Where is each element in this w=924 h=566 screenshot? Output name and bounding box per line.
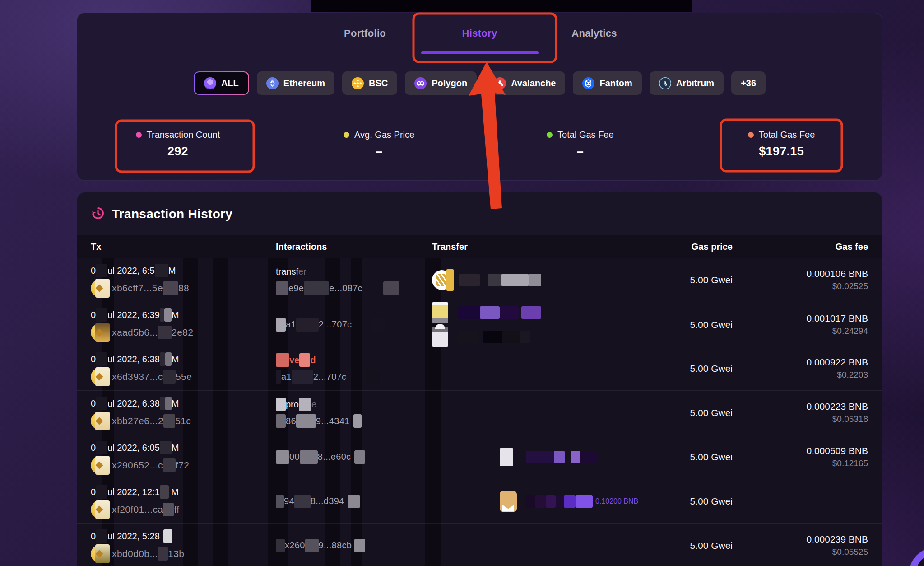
table-row[interactable]: 0ul 2022, 6:38Mx6d3937...c55eveda12...70… (77, 346, 882, 391)
avalanche-icon (494, 77, 506, 89)
chain-filter-avalanche[interactable]: Avalanche (484, 71, 565, 95)
stat-value: $197.15 (681, 145, 882, 159)
coin-redaction-cover (95, 456, 110, 475)
gas-fee (733, 479, 868, 523)
transfer-cell (432, 391, 649, 435)
stat-value: 292 (77, 145, 279, 159)
transfer-line (432, 270, 649, 290)
redaction-box (353, 414, 362, 428)
redaction-box (300, 450, 318, 464)
table-header-row: Tx Interactions Transfer Gas price Gas f… (77, 235, 882, 258)
tab-analytics[interactable]: Analytics (537, 13, 652, 54)
chain-filter-more[interactable]: +36 (731, 71, 766, 95)
col-gas-price: Gas price (649, 242, 733, 252)
interaction-line: x2609...88cb (276, 539, 432, 552)
table-row[interactable]: 0ul 2022, 6:38Mxbb27e6...251cproe869...4… (77, 391, 882, 435)
bnb-coin-icon (91, 457, 108, 474)
stat-dot (136, 132, 142, 138)
chain-filter-fantom[interactable]: Fantom (573, 71, 641, 95)
chain-filter-label: BSC (369, 78, 388, 89)
tab-portfolio[interactable]: Portfolio (308, 13, 423, 54)
summary-card: Portfolio History Analytics ALL (77, 13, 882, 181)
gas-fee-bnb: 0.000106 BNB (806, 268, 868, 279)
tab-label: Analytics (571, 28, 617, 39)
gas-price: 5.00 Gwei (649, 524, 733, 566)
gas-fee: 0.000922 BNB$0.2203 (733, 346, 868, 390)
coin-redaction-cover (95, 412, 110, 430)
token-white-icon (432, 327, 448, 347)
redaction-box (304, 281, 329, 295)
redaction-box (163, 370, 176, 384)
bsc-icon (352, 77, 364, 89)
transaction-history-card: Transaction History Tx Interactions Tran… (77, 192, 882, 566)
redaction-box (546, 495, 556, 508)
redaction-box (160, 308, 164, 322)
gas-fee-bnb: 0.000509 BNB (806, 445, 868, 456)
tab-history[interactable]: History (423, 13, 537, 54)
floating-action-ring[interactable] (909, 547, 924, 566)
stat-transaction-count: Transaction Count 292 (77, 130, 279, 159)
tx-cell: 0ul 2022, 6:39Mxaad5b6...2e82 (91, 302, 276, 347)
table-row[interactable]: 0ul 2022, 6:39Mxaad5b6...2e82a12...707c5… (77, 302, 882, 346)
chain-filter-label: Arbitrum (676, 78, 714, 89)
tx-hash-line: xb6cff7...5e88 (91, 280, 276, 297)
interactions-cell: 008...e60c (276, 435, 432, 479)
tx-date: 0ul 2022, 6:38M (91, 397, 276, 410)
redaction-box (292, 370, 313, 384)
chain-filter-all[interactable]: ALL (194, 71, 249, 95)
transfer-cell (432, 346, 649, 390)
chain-filter-label: Fantom (599, 78, 632, 89)
table-row[interactable]: 0ul 2022, 6:05Mx290652...cf72008...e60c5… (77, 435, 882, 479)
redaction-box (480, 306, 500, 319)
fantom-icon (582, 77, 594, 89)
redaction-box (366, 370, 380, 384)
gas-fee: 0.000106 BNB$0.02525 (733, 258, 868, 302)
redaction-box (165, 352, 172, 366)
chain-filter-label: Avalanche (511, 78, 556, 89)
transfer-cell (432, 302, 649, 347)
tx-cell: 0ul 2022, 6:38Mxbb27e6...251c (91, 391, 276, 435)
interaction-line: 869...4341 (276, 414, 432, 428)
interactions-cell: x2609...88cb (276, 524, 432, 566)
redaction-box (96, 308, 107, 322)
bnb-coin-icon (91, 412, 108, 430)
interaction-line: ved (276, 353, 432, 367)
redaction-box (155, 264, 168, 277)
chain-filter-bsc[interactable]: BSC (342, 71, 397, 95)
redaction-box (276, 539, 285, 552)
gas-fee-usd: $0.2203 (837, 370, 868, 380)
redaction-box (576, 495, 593, 508)
tx-hash: xb6cff7...5e88 (112, 281, 189, 295)
tx-hash: xbd0d0b...13b (112, 547, 184, 561)
chain-filter-polygon[interactable]: Polygon (405, 71, 477, 95)
chain-filter-arbitrum[interactable]: Arbitrum (650, 71, 724, 95)
redaction-box (564, 495, 576, 508)
transfer-cell (432, 258, 649, 302)
token-yellow-icon (432, 302, 448, 323)
redaction-box (165, 397, 172, 410)
table-row[interactable]: 0ul 2022, 12:1 Mxf20f01...caff948...d394… (77, 479, 882, 524)
chain-filter-ethereum[interactable]: Ethereum (257, 71, 334, 95)
coin-redaction-cover (95, 367, 110, 386)
tx-hash: xaad5b6...2e82 (112, 326, 193, 339)
interaction-line: proe (276, 398, 432, 411)
redaction-box (276, 414, 286, 428)
coin-redaction-cover (95, 544, 110, 563)
bnb-coin-icon (91, 324, 108, 341)
bnb-coin-icon (91, 368, 108, 385)
stat-label: Total Gas Fee (557, 130, 614, 140)
table-row[interactable]: 0ul 2022, 6:5Mxb6cff7...5e88transfere9ee… (77, 258, 882, 302)
redaction-box (276, 398, 286, 411)
gas-price: 5.00 Gwei (649, 302, 733, 347)
redaction-box (299, 398, 311, 411)
gas-price: 5.00 Gwei (649, 391, 733, 435)
redaction-box (571, 451, 580, 463)
tx-cell: 0ul 2022, 6:05Mx290652...cf72 (91, 435, 276, 479)
redaction-box (158, 547, 168, 561)
tx-hash-line: xbd0d0b...13b (91, 545, 276, 562)
table-row[interactable]: 0ul 2022, 5:28xbd0d0b...13bx2609...88cb5… (77, 524, 882, 566)
col-tx: Tx (91, 242, 276, 252)
interaction-line: transfer (276, 265, 432, 278)
interactions-cell: a12...707c (276, 302, 432, 347)
redaction-box (299, 353, 310, 367)
